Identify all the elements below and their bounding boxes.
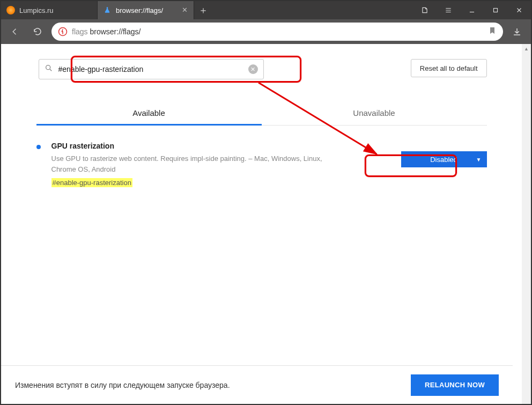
- svg-point-2: [46, 65, 50, 70]
- tab-available[interactable]: Available: [36, 101, 262, 125]
- page-content: ▲ ✕ Reset all to default: [1, 44, 531, 404]
- lumpics-favicon-icon: [6, 6, 15, 14]
- flag-select-value: Disabled: [430, 156, 457, 164]
- tab-label: Lumpics.ru: [19, 6, 92, 14]
- vertical-scrollbar[interactable]: ▲: [522, 44, 531, 404]
- search-icon: [45, 64, 53, 75]
- yandex-icon: [58, 27, 68, 36]
- back-button[interactable]: [6, 23, 24, 40]
- flags-search-input[interactable]: [58, 65, 243, 73]
- flag-row: GPU rasterization Use GPU to rasterize w…: [36, 126, 487, 187]
- flag-description: Use GPU to rasterize web content. Requir…: [51, 153, 330, 174]
- tab-unavailable[interactable]: Unavailable: [262, 101, 487, 125]
- chevron-down-icon: ▼: [476, 157, 482, 163]
- maximize-icon[interactable]: [484, 1, 507, 19]
- flag-hash-link[interactable]: #enable-gpu-rasterization: [51, 178, 132, 187]
- flag-status-dot-icon: [36, 145, 41, 149]
- tab-flags[interactable]: browser://flags/ ✕: [98, 1, 194, 19]
- tab-lumpics[interactable]: Lumpics.ru: [1, 1, 98, 19]
- tab-label: browser://flags/: [116, 6, 178, 14]
- menu-icon[interactable]: [437, 1, 460, 19]
- url-text: flags browser://flags/: [72, 27, 484, 36]
- clear-search-icon[interactable]: ✕: [248, 64, 258, 74]
- bookmark-icon[interactable]: [488, 26, 497, 37]
- reset-all-button[interactable]: Reset all to default: [411, 59, 487, 77]
- relaunch-button[interactable]: RELAUNCH NOW: [411, 374, 499, 396]
- address-field[interactable]: flags browser://flags/: [51, 23, 503, 41]
- restart-footer: Изменения вступят в силу при следующем з…: [1, 365, 513, 404]
- svg-rect-0: [494, 9, 498, 12]
- flag-title: GPU rasterization: [51, 142, 390, 150]
- browser-window: Lumpics.ru browser://flags/ ✕ ＋: [0, 0, 532, 405]
- close-window-icon[interactable]: [507, 1, 531, 19]
- restart-message: Изменения вступят в силу при следующем з…: [15, 381, 400, 389]
- downloads-icon[interactable]: [508, 23, 526, 40]
- flag-state-select[interactable]: Disabled ▼: [401, 151, 487, 167]
- flags-tabs: Available Unavailable: [36, 101, 487, 126]
- minimize-icon[interactable]: [460, 1, 484, 19]
- address-bar: flags browser://flags/: [1, 19, 531, 44]
- new-tab-button[interactable]: ＋: [194, 1, 212, 19]
- close-tab-icon[interactable]: ✕: [181, 6, 188, 14]
- reload-button[interactable]: [29, 23, 46, 40]
- flags-search-box: ✕: [39, 59, 264, 79]
- flask-favicon-icon: [103, 6, 112, 14]
- titlebar: Lumpics.ru browser://flags/ ✕ ＋: [1, 1, 531, 19]
- reader-mode-icon[interactable]: [413, 1, 437, 19]
- scroll-up-icon[interactable]: ▲: [522, 44, 531, 53]
- window-controls: [413, 1, 531, 19]
